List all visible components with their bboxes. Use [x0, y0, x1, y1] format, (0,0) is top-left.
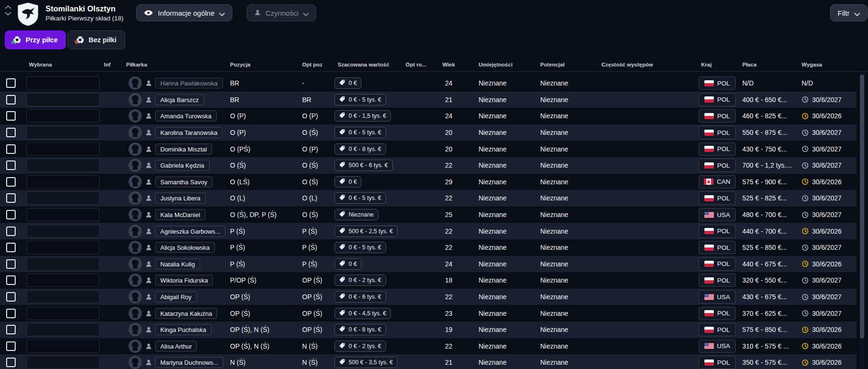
player-face-icon[interactable] [145, 113, 152, 120]
player-name-link[interactable]: Alicja Sokołowska [155, 242, 215, 253]
value-badge[interactable]: 0 € [334, 176, 361, 188]
player-name-link[interactable]: Kala McDaniel [155, 209, 205, 220]
player-name-link[interactable]: Wiktoria Fidurska [155, 275, 213, 286]
wybrana-input[interactable] [27, 208, 100, 221]
col-wygasa[interactable]: Wygasa [802, 62, 822, 67]
wybrana-input[interactable] [27, 191, 100, 205]
row-checkbox[interactable] [6, 161, 16, 170]
table-row[interactable]: Hanna PawlakowskaBR-0 €24NieznaneNieznan… [0, 75, 857, 92]
nation-badge[interactable]: POL [699, 126, 736, 139]
row-checkbox[interactable] [6, 292, 16, 302]
player-name-link[interactable]: Martyna Duchnows... [155, 357, 223, 368]
row-checkbox[interactable] [6, 78, 16, 88]
player-face-icon[interactable] [145, 80, 152, 87]
nation-badge[interactable]: POL [699, 225, 736, 238]
collapse-down-icon[interactable] [5, 12, 11, 16]
value-badge[interactable]: 0 € - 2 tys. € [334, 274, 386, 286]
player-face-icon[interactable] [145, 162, 152, 169]
table-row[interactable]: Samantha SavoyO (LŚ)O (Ś)0 €29NieznaneNi… [0, 174, 857, 190]
col-opt-ro[interactable]: Opt ro... [406, 62, 426, 67]
value-badge[interactable]: 0 € - 5 tys. € [334, 94, 386, 105]
row-checkbox[interactable] [6, 144, 16, 154]
value-badge[interactable]: 0 € - 6 tys. € [334, 291, 386, 303]
wybrana-input[interactable] [27, 323, 100, 336]
table-row[interactable]: Kinga PuchalskaOP (Ś), N (Ś)OP (Ś)0 € - … [0, 322, 857, 338]
value-badge[interactable]: 0 € - 1,5 tys. € [334, 110, 391, 122]
nation-badge[interactable]: POL [699, 159, 736, 172]
player-face-icon[interactable] [145, 211, 152, 218]
col-pozycja[interactable]: Pozycja [230, 62, 250, 67]
player-name-link[interactable]: Agnieszka Garbows... [155, 226, 225, 237]
player-name-link[interactable]: Justyna Libera [155, 193, 206, 204]
table-row[interactable]: Natalia KuligP (Ś)P (Ś)0 €24NieznaneNiez… [0, 256, 857, 273]
table-row[interactable]: Justyna LiberaO (L)O (L)0 € - 5 tys. €22… [0, 190, 857, 207]
col-czestosc-wystepow[interactable]: Częstość występów [601, 62, 653, 67]
col-wiek[interactable]: Wiek [439, 62, 459, 67]
nation-badge[interactable]: POL [699, 257, 736, 271]
row-checkbox[interactable] [6, 111, 16, 121]
table-row[interactable]: Amanda TurowskaO (P)O (P)0 € - 1,5 tys. … [0, 108, 857, 124]
wybrana-input[interactable] [27, 340, 100, 353]
player-face-icon[interactable] [145, 244, 152, 251]
wybrana-input[interactable] [27, 356, 100, 369]
player-name-link[interactable]: Abigail Roy [155, 292, 197, 303]
col-kraj[interactable]: Kraj [701, 62, 711, 67]
table-row[interactable]: Gabriela KędziaO (Ś)O (Ś)500 € - 6 tys. … [0, 157, 857, 174]
table-row[interactable]: Alicja BarszczBRBR0 € - 5 tys. €21Niezna… [0, 92, 857, 108]
table-row[interactable]: Alisa ArthurOP (Ś), N (Ś)N (Ś)0 € - 2 ty… [0, 338, 857, 355]
player-name-link[interactable]: Amanda Turowska [155, 111, 217, 122]
nation-badge[interactable]: USA [699, 208, 736, 221]
row-checkbox[interactable] [6, 128, 16, 137]
row-checkbox[interactable] [6, 193, 16, 203]
player-face-icon[interactable] [145, 178, 152, 185]
player-face-icon[interactable] [145, 277, 152, 284]
value-badge[interactable]: 0 € [334, 258, 361, 270]
row-checkbox[interactable] [6, 341, 16, 351]
nation-badge[interactable]: POL [699, 76, 736, 90]
tab-bez-pilki[interactable]: Bez piłki [67, 30, 125, 49]
scrollbar-thumb[interactable] [860, 75, 864, 339]
value-badge[interactable]: 0 € - 5 tys. € [334, 127, 386, 138]
nation-badge[interactable]: USA [699, 340, 736, 353]
wybrana-input[interactable] [27, 126, 100, 139]
player-name-link[interactable]: Samantha Savoy [155, 176, 212, 187]
row-checkbox[interactable] [6, 325, 16, 334]
wybrana-input[interactable] [27, 109, 100, 123]
row-checkbox[interactable] [6, 210, 16, 219]
nation-badge[interactable]: POL [699, 191, 736, 205]
player-face-icon[interactable] [145, 260, 152, 267]
player-name-link[interactable]: Hanna Pawlakowska [155, 78, 223, 89]
wybrana-input[interactable] [27, 142, 100, 156]
value-badge[interactable]: Nieznane [334, 209, 379, 220]
player-name-link[interactable]: Gabriela Kędzia [155, 160, 210, 171]
wybrana-input[interactable] [27, 159, 100, 172]
player-face-icon[interactable] [145, 342, 152, 350]
row-checkbox[interactable] [6, 309, 16, 318]
wybrana-input[interactable] [27, 307, 100, 320]
player-face-icon[interactable] [145, 145, 152, 152]
table-row[interactable]: Alicja SokołowskaP (Ś)P (Ś)0 € - 5 tys. … [0, 239, 857, 256]
wybrana-input[interactable] [27, 241, 100, 254]
player-face-icon[interactable] [145, 293, 152, 301]
collapse-up-icon[interactable] [5, 5, 11, 9]
value-badge[interactable]: 0 € - 8 tys. € [334, 324, 386, 335]
nation-badge[interactable]: POL [699, 307, 736, 320]
table-row[interactable]: Wiktoria FidurskaP/OP (Ś)OP (Ś)0 € - 2 t… [0, 272, 857, 289]
table-row[interactable]: Katarzyna KałużnaOP (Ś)OP (Ś)0 € - 4,5 t… [0, 305, 857, 322]
nation-badge[interactable]: POL [699, 142, 736, 156]
actions-dropdown[interactable]: Czynności [247, 4, 316, 21]
wybrana-input[interactable] [27, 175, 100, 189]
row-checkbox[interactable] [6, 358, 16, 367]
value-badge[interactable]: 0 € - 4,5 tys. € [334, 308, 391, 319]
col-umiejetnosci[interactable]: Umiejętności [479, 62, 513, 67]
value-badge[interactable]: 0 € [334, 77, 361, 89]
view-dropdown[interactable]: Informacje ogólne [136, 4, 232, 21]
col-placa[interactable]: Płaca [742, 62, 757, 67]
player-name-link[interactable]: Katarzyna Kałużna [155, 308, 217, 319]
value-badge[interactable]: 0 € - 5 tys. € [334, 192, 386, 204]
wybrana-input[interactable] [27, 290, 100, 303]
col-opt-poz[interactable]: Opt poz [302, 62, 323, 67]
table-row[interactable]: Abigail RoyOP (Ś)OP (Ś)0 € - 6 tys. €22N… [0, 289, 857, 305]
value-badge[interactable]: 500 € - 6 tys. € [334, 160, 393, 171]
col-szacowana-wartosc[interactable]: Szacowana wartość [338, 62, 389, 67]
